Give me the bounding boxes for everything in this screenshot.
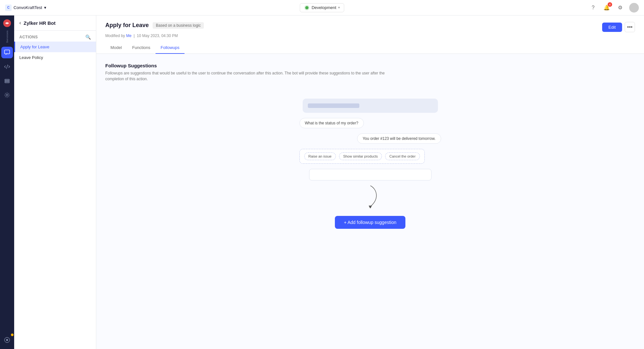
topbar-center: Development ▾ xyxy=(218,3,426,12)
chat-suggestions: Raise an issue Show similar products Can… xyxy=(299,149,425,164)
chat-bot-bubble: You order #123 will be delivered tomorro… xyxy=(357,133,441,144)
svg-point-1 xyxy=(305,6,308,9)
project-chevron: ▾ xyxy=(44,5,46,10)
environment-chevron: ▾ xyxy=(338,5,340,10)
help-button[interactable]: ? xyxy=(589,3,598,12)
user-avatar[interactable] xyxy=(629,3,639,13)
environment-selector[interactable]: Development ▾ xyxy=(300,3,345,12)
sidebar-header: ‹ Zylker HR Bot xyxy=(14,15,96,31)
tab-followups[interactable]: Followups xyxy=(156,42,185,54)
action-title: Apply for Leave xyxy=(105,22,149,29)
followup-title: Followup Suggestions xyxy=(105,63,635,68)
followup-description: Followups are suggestions that would be … xyxy=(105,70,395,82)
svg-point-8 xyxy=(6,94,8,96)
settings-icon: ⚙ xyxy=(618,5,622,11)
suggestion-chip-1: Raise an issue xyxy=(304,152,336,160)
action-title-row: Apply for Leave Based on a business logi… xyxy=(105,22,204,29)
suggestion-chip-2: Show similar products xyxy=(339,152,382,160)
rail-layers-item[interactable] xyxy=(1,75,13,87)
chat-illustration: What is the status of my order? You orde… xyxy=(299,99,441,229)
svg-point-10 xyxy=(6,339,8,341)
rail-settings-icon xyxy=(4,92,10,98)
environment-label: Development xyxy=(312,5,336,10)
edit-button[interactable]: Edit xyxy=(602,23,622,32)
chat-bot-inner xyxy=(308,103,359,108)
ai-icon xyxy=(4,337,10,343)
ai-badge xyxy=(11,333,14,336)
arrow-illustration xyxy=(351,186,390,208)
services-label: Services xyxy=(6,30,9,43)
tab-model[interactable]: Model xyxy=(105,42,127,54)
app-body: Services xyxy=(0,15,644,349)
help-icon: ? xyxy=(592,5,595,11)
svg-line-4 xyxy=(6,65,8,69)
chat-user-bubble: What is the status of my order? xyxy=(299,118,364,128)
chat-icon xyxy=(4,50,10,55)
suggestion-chip-3: Cancel the order xyxy=(385,152,420,160)
content-header-top: Apply for Leave Based on a business logi… xyxy=(105,22,635,32)
header-actions: Edit ••• xyxy=(602,22,635,32)
rail-ai-item[interactable] xyxy=(1,334,13,346)
rail-chat-item[interactable] xyxy=(1,47,13,58)
notifications-button[interactable]: 🔔 4 xyxy=(602,3,611,12)
rail-code-item[interactable] xyxy=(1,61,13,73)
content-header: Apply for Leave Based on a business logi… xyxy=(96,15,644,54)
main-content: Apply for Leave Based on a business logi… xyxy=(96,15,644,349)
sidebar-item-leave-policy[interactable]: Leave Policy xyxy=(14,52,96,63)
sidebar-title: Zylker HR Bot xyxy=(24,20,55,26)
modified-row: Modified by Me | 10 May 2023, 04:30 PM xyxy=(105,34,635,38)
topbar: C ConvoKraftTest ▾ Development ▾ ? 🔔 4 ⚙ xyxy=(0,0,644,15)
add-followup-button[interactable]: + Add followup suggestion xyxy=(335,216,405,229)
topbar-right: ? 🔔 4 ⚙ xyxy=(430,3,639,13)
action-badge: Based on a business logic xyxy=(153,22,204,29)
app-logo xyxy=(3,19,12,28)
env-icon xyxy=(304,5,310,11)
svg-rect-5 xyxy=(5,79,9,80)
sidebar-section-header: Actions 🔍 xyxy=(14,31,96,42)
project-name: ConvoKraftTest xyxy=(14,5,42,10)
tabs: Model Functions Followups xyxy=(105,42,635,53)
code-icon xyxy=(4,64,10,70)
notification-badge: 4 xyxy=(608,2,612,7)
svg-marker-11 xyxy=(369,206,372,208)
svg-rect-3 xyxy=(5,50,10,54)
layers-icon xyxy=(4,78,10,84)
chat-bot-placeholder xyxy=(303,99,438,113)
sidebar: ‹ Zylker HR Bot Actions 🔍 Apply for Leav… xyxy=(14,15,96,349)
chat-input-placeholder xyxy=(309,169,431,180)
svg-rect-7 xyxy=(5,82,9,83)
content-body: Followup Suggestions Followups are sugge… xyxy=(96,54,644,349)
project-selector[interactable]: C ConvoKraftTest ▾ xyxy=(5,5,46,11)
sidebar-search-icon[interactable]: 🔍 xyxy=(85,34,91,40)
more-button[interactable]: ••• xyxy=(625,22,635,32)
topbar-left: C ConvoKraftTest ▾ xyxy=(5,5,214,11)
icon-rail: Services xyxy=(0,15,14,349)
svg-rect-6 xyxy=(5,81,9,82)
sidebar-section-label: Actions xyxy=(19,35,38,39)
project-icon: C xyxy=(5,5,12,11)
tab-functions[interactable]: Functions xyxy=(127,42,155,54)
illustration-area: What is the status of my order? You orde… xyxy=(105,92,635,238)
back-button[interactable]: ‹ xyxy=(19,20,21,26)
rail-settings-item[interactable] xyxy=(1,89,13,101)
settings-button[interactable]: ⚙ xyxy=(616,3,625,12)
sidebar-item-apply-leave[interactable]: Apply for Leave xyxy=(14,42,96,52)
